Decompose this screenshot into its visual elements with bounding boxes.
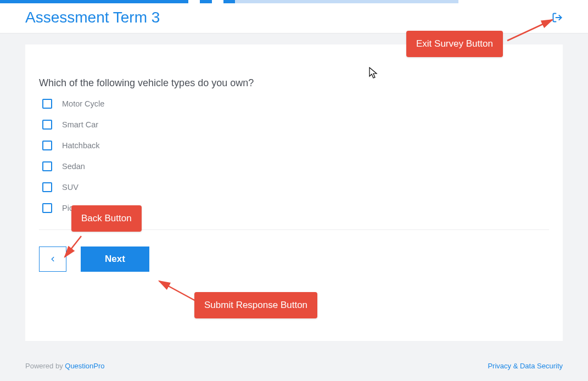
next-button[interactable]: Next [81,246,149,272]
checkbox[interactable] [42,141,52,150]
option-row[interactable]: Motor Cycle [39,99,549,109]
question-text: Which of the following vehicle types do … [39,77,549,89]
exit-survey-icon[interactable] [552,12,563,23]
checkbox[interactable] [42,161,52,171]
checkbox[interactable] [42,203,52,213]
option-label: SUV [62,183,79,192]
nav-buttons: Next [39,246,549,272]
callout-exit-survey: Exit Survey Button [406,31,503,57]
back-button[interactable] [39,246,66,272]
option-row[interactable]: Smart Car [39,120,549,130]
option-row[interactable]: Sedan [39,161,549,171]
powered-by: Powered by QuestionPro [25,362,105,370]
callout-submit-response: Submit Response Button [194,292,317,318]
checkbox[interactable] [42,120,52,130]
privacy-link[interactable]: Privacy & Data Security [488,362,563,370]
option-row[interactable]: SUV [39,182,549,192]
option-label: Sedan [62,162,85,171]
header-bar: Assessment Term 3 [0,3,588,33]
questionpro-link[interactable]: QuestionPro [65,362,104,370]
callout-back-button: Back Button [71,205,142,232]
page-title: Assessment Term 3 [25,9,160,26]
option-row[interactable]: Hatchback [39,141,549,150]
option-label: Hatchback [62,141,100,150]
footer: Powered by QuestionPro Privacy & Data Se… [25,362,563,370]
options-group: Motor Cycle Smart Car Hatchback Sedan SU… [39,99,549,213]
option-label: Smart Car [62,120,98,129]
chevron-left-icon [49,253,57,265]
checkbox[interactable] [42,99,52,109]
checkbox[interactable] [42,182,52,192]
option-label: Motor Cycle [62,99,104,108]
